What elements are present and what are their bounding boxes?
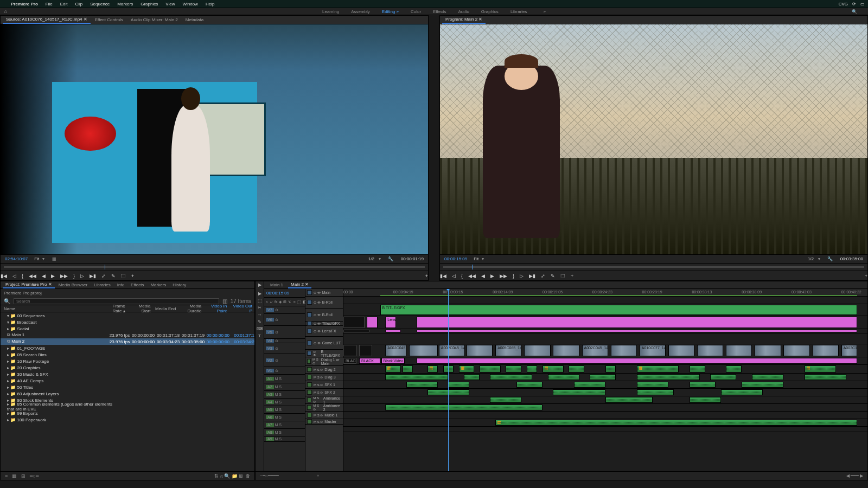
timeline-clip[interactable]: BLACK bbox=[343, 358, 356, 364]
timeline-clip[interactable] bbox=[406, 382, 438, 388]
project-item[interactable]: 10 Raw Footage bbox=[1, 358, 254, 364]
icon-view-icon[interactable]: ▦ bbox=[12, 473, 17, 479]
timeline-clip[interactable] bbox=[574, 382, 605, 388]
transport-btn[interactable]: + bbox=[131, 273, 134, 279]
track-targeting[interactable]: A4M S bbox=[264, 399, 305, 406]
timeline-clip[interactable] bbox=[490, 374, 532, 380]
workspace-graphics[interactable]: Graphics bbox=[481, 9, 499, 14]
timeline-clip[interactable] bbox=[637, 365, 679, 373]
project-item[interactable]: 01_FOOTAGE bbox=[1, 345, 254, 351]
timeline-clip[interactable] bbox=[367, 317, 377, 328]
tool-icon[interactable]: ▶ bbox=[258, 291, 261, 296]
track-targeting[interactable]: V1⊙ bbox=[264, 367, 305, 375]
workspace-libraries[interactable]: Libraries bbox=[510, 9, 527, 14]
transport-btn[interactable]: { bbox=[461, 273, 463, 279]
transport-btn[interactable]: ◀◀ bbox=[468, 273, 476, 279]
timeline-clip[interactable] bbox=[637, 389, 674, 395]
audio-track[interactable] bbox=[343, 365, 867, 374]
timeline-clip[interactable] bbox=[697, 345, 723, 356]
timeline-clip[interactable] bbox=[690, 365, 705, 373]
video-track-header[interactable]: ⊙ 👁Main bbox=[305, 289, 343, 297]
project-tree[interactable]: 00 SequencesBroadcastSocialMain 123.976 … bbox=[1, 312, 254, 471]
timeline-clip[interactable] bbox=[524, 345, 550, 356]
transport-btn[interactable]: { bbox=[22, 273, 23, 279]
timeline-ctrl-icon[interactable]: ↯ bbox=[288, 300, 291, 304]
timeline-clip[interactable] bbox=[721, 389, 763, 395]
audio-track-header[interactable]: M S ⊙Diag 3 bbox=[305, 374, 343, 381]
track-targeting[interactable]: V4⊙ bbox=[264, 339, 305, 343]
transport-btn[interactable]: ⤢ bbox=[101, 273, 106, 279]
track-targeting[interactable]: V2⊙ bbox=[264, 354, 305, 367]
plus-icon[interactable]: + bbox=[865, 273, 867, 279]
tab[interactable]: History bbox=[170, 282, 189, 288]
timeline-clip[interactable]: A002C045_140510.mp4 bbox=[582, 345, 608, 356]
timeline-clip[interactable] bbox=[417, 317, 857, 328]
zoom-slider[interactable]: ━○━ bbox=[30, 473, 38, 479]
window-icon[interactable]: ▭ bbox=[860, 2, 865, 7]
timeline-clip[interactable] bbox=[409, 345, 438, 356]
transport-btn[interactable]: ▷ bbox=[520, 273, 524, 279]
timeline-ctrl-icon[interactable]: ◈ bbox=[279, 300, 282, 304]
video-track[interactable]: BLACKBLACKBlack Video bbox=[343, 357, 867, 365]
video-track-header[interactable]: ⊙ 👁B-Roll bbox=[305, 297, 343, 309]
column-header[interactable]: Media End bbox=[152, 306, 178, 311]
source-tc-in[interactable]: 02:54:10:07 bbox=[5, 256, 28, 261]
project-search-input[interactable] bbox=[14, 298, 219, 304]
timeline-clip[interactable] bbox=[726, 345, 752, 356]
timeline-clip[interactable]: A005C065_140516.mp4 bbox=[495, 345, 521, 356]
tab[interactable]: Libraries bbox=[91, 282, 113, 288]
timeline-clip[interactable] bbox=[403, 365, 413, 373]
audio-track[interactable] bbox=[343, 404, 867, 412]
audio-track-header[interactable]: M S ⊙Master bbox=[305, 419, 343, 425]
project-item[interactable]: 40 AE Comps bbox=[1, 377, 254, 384]
chevron-down-icon[interactable]: ▾ bbox=[379, 256, 381, 261]
video-track[interactable] bbox=[343, 329, 867, 333]
chevron-down-icon[interactable]: ▾ bbox=[818, 256, 820, 261]
audio-track[interactable] bbox=[343, 389, 867, 396]
timeline-clip[interactable]: A002C045_140512.mp4 bbox=[439, 345, 465, 356]
timeline-clip[interactable] bbox=[417, 330, 857, 332]
project-item[interactable]: 50 Titles bbox=[1, 384, 254, 390]
tab[interactable]: Info bbox=[114, 282, 127, 288]
video-track[interactable]: A002C0457..A002C045_140512.mp4A005C065_1… bbox=[343, 344, 867, 357]
track-targeting[interactable]: V5⊙ bbox=[264, 326, 305, 339]
workspace-audio[interactable]: Audio bbox=[458, 9, 469, 14]
timeline-clip[interactable] bbox=[553, 389, 605, 395]
timeline-clip[interactable] bbox=[805, 365, 836, 373]
sort-icon[interactable]: ⇅ bbox=[214, 473, 219, 479]
menu-file[interactable]: File bbox=[46, 2, 53, 7]
timeline-clip[interactable] bbox=[385, 330, 401, 332]
tool-icon[interactable]: ↔ bbox=[258, 312, 262, 317]
audio-track[interactable] bbox=[343, 419, 867, 427]
project-item[interactable]: 85 Common elements (Logos and other elem… bbox=[1, 403, 254, 410]
timeline-clip[interactable] bbox=[590, 374, 616, 380]
transport-btn[interactable]: ◁ bbox=[12, 273, 16, 279]
timeline-ctrl-icon[interactable]: ≡ bbox=[293, 300, 295, 304]
menu-markers[interactable]: Markers bbox=[117, 2, 133, 7]
list-view-icon[interactable]: ≡ bbox=[5, 473, 8, 479]
project-columns[interactable]: NameFrame Rate ▴Media StartMedia EndMedi… bbox=[1, 305, 254, 312]
timeline-clip[interactable] bbox=[359, 345, 372, 356]
wrench-icon[interactable]: 🔧 bbox=[827, 256, 833, 261]
tool-icon[interactable]: ▶ bbox=[258, 282, 261, 287]
timeline-ctrl-icon[interactable]: ⤾ bbox=[270, 300, 273, 304]
track-targeting[interactable]: A5M S bbox=[264, 406, 305, 414]
timeline-clip[interactable] bbox=[516, 382, 542, 388]
tab[interactable]: Program: Main 2 ✕ bbox=[442, 16, 486, 24]
timeline-clip[interactable] bbox=[668, 345, 694, 356]
timeline-clip[interactable] bbox=[527, 365, 537, 373]
timeline-clip[interactable] bbox=[637, 374, 700, 380]
transport-btn[interactable]: + bbox=[571, 273, 573, 279]
timeline-clip[interactable]: Black Video bbox=[381, 358, 405, 364]
track-targeting[interactable]: A1M S bbox=[264, 375, 305, 383]
timeline-clip[interactable]: BLACK bbox=[359, 358, 380, 364]
track-targeting[interactable]: A9M S bbox=[264, 436, 305, 442]
timeline-clip[interactable] bbox=[755, 345, 781, 356]
tool-icon[interactable]: T bbox=[258, 333, 261, 338]
transport-btn[interactable]: ▶▶ bbox=[60, 273, 68, 279]
transport-btn[interactable]: ◀ bbox=[481, 273, 485, 279]
tool-icon[interactable]: ⬚ bbox=[258, 298, 262, 303]
home-icon[interactable]: ⌂ bbox=[4, 9, 7, 14]
timeline-clip[interactable] bbox=[506, 365, 521, 373]
transport-btn[interactable]: } bbox=[73, 273, 75, 279]
